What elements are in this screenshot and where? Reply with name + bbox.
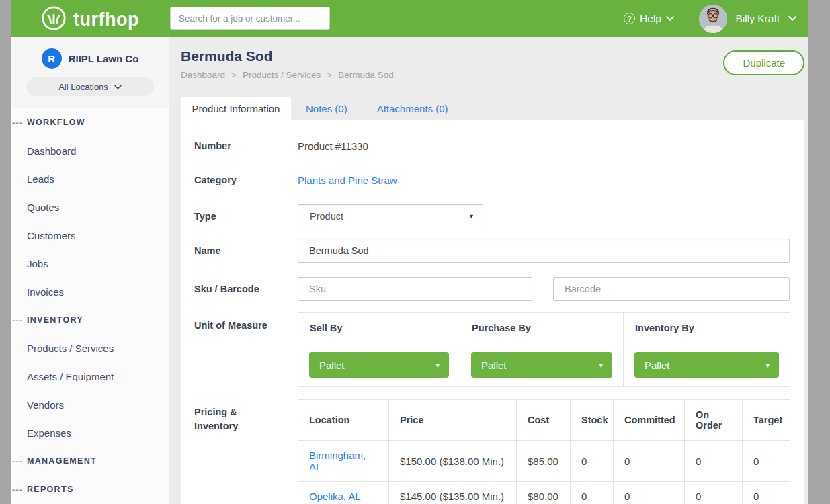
chevron-down-icon: [666, 16, 674, 21]
breadcrumb-products-services[interactable]: Products / Services: [243, 70, 321, 80]
committed-cell: 0: [614, 482, 685, 504]
name-label: Name: [194, 244, 298, 258]
category-label: Category: [194, 173, 298, 187]
cost-cell: $85.00: [517, 441, 571, 482]
section-dash-icon: ---: [12, 456, 23, 466]
chevron-down-icon: [114, 85, 122, 89]
sidebar: R RIIPL Lawn Co All Locations --- WORKFL…: [11, 37, 169, 504]
price-cell: $145.00 ($135.00 Min.): [389, 482, 517, 504]
location-link-opelika[interactable]: Opelika, AL: [309, 491, 361, 502]
user-menu[interactable]: Billy Kraft: [699, 0, 796, 37]
uom-header-purchase-by: Purchase By: [460, 313, 624, 343]
stock-cell: 0: [571, 441, 614, 482]
help-menu[interactable]: ? Help: [624, 0, 674, 37]
help-label: Help: [640, 13, 661, 25]
form-row-sku-barcode: Sku / Barcode: [194, 277, 790, 301]
caret-down-icon: ▾: [599, 361, 603, 370]
number-value: Product #11330: [298, 140, 368, 152]
number-label: Number: [194, 139, 298, 153]
sell-by-dropdown[interactable]: Pallet ▾: [309, 352, 449, 378]
sidebar-item-dashboard[interactable]: Dashboard: [11, 136, 169, 165]
duplicate-button[interactable]: Duplicate: [723, 50, 804, 75]
pricing-inventory-table: Location Price Cost Stock Committed On O…: [298, 399, 790, 504]
location-filter-dropdown[interactable]: All Locations: [26, 77, 154, 96]
sidebar-item-quotes[interactable]: Quotes: [11, 193, 169, 221]
unit-of-measure-label: Unit of Measure: [194, 312, 298, 333]
committed-cell: 0: [614, 441, 685, 482]
global-search-input[interactable]: [170, 7, 330, 30]
right-gutter: [808, 0, 830, 504]
sku-barcode-label: Sku / Barcode: [194, 282, 298, 296]
select-caret-icon: ▼: [468, 213, 474, 220]
sidebar-section-reports[interactable]: --- REPORTS: [11, 475, 169, 503]
form-row-unit-of-measure: Unit of Measure Sell By Purchase By Inve…: [194, 312, 790, 387]
tab-notes[interactable]: Notes (0): [291, 97, 362, 120]
sidebar-item-expenses[interactable]: Expenses: [11, 419, 169, 447]
pricing-inventory-label: Pricing & Inventory: [194, 399, 298, 433]
target-cell: 0: [743, 441, 790, 482]
tab-attachments[interactable]: Attachments (0): [362, 97, 463, 120]
main-content: Bermuda Sod Dashboard > Products / Servi…: [170, 37, 808, 504]
name-input[interactable]: [298, 239, 790, 263]
product-information-panel: Number Product #11330 Category Plants an…: [181, 120, 804, 504]
sidebar-item-jobs[interactable]: Jobs: [11, 249, 169, 278]
section-dash-icon: ---: [12, 118, 23, 128]
company-row: R RIIPL Lawn Co: [11, 48, 169, 69]
app-logo[interactable]: turfhop: [41, 5, 139, 34]
on-order-cell: 0: [685, 482, 743, 504]
app-window: turfhop ? Help B: [11, 0, 808, 504]
company-block: R RIIPL Lawn Co All Locations: [11, 37, 169, 108]
top-bar: turfhop ? Help B: [11, 0, 808, 37]
sidebar-item-vendors[interactable]: Vendors: [11, 390, 169, 419]
user-name: Billy Kraft: [736, 13, 780, 25]
form-row-type: Type Product ▼: [194, 204, 790, 228]
sidebar-section-management[interactable]: --- MANAGEMENT: [11, 447, 169, 475]
location-filter-label: All Locations: [58, 82, 108, 92]
tab-bar: Product Information Notes (0) Attachment…: [181, 97, 463, 120]
sidebar-item-assets-equipment[interactable]: Assets / Equipment: [11, 362, 169, 390]
pricing-header-row: Location Price Cost Stock Committed On O…: [298, 400, 790, 441]
sidebar-item-invoices[interactable]: Invoices: [11, 278, 169, 306]
page-title: Bermuda Sod: [181, 48, 273, 65]
caret-down-icon: ▾: [435, 361, 440, 370]
sidebar-section-workflow[interactable]: --- WORKFLOW: [11, 108, 169, 136]
barcode-input[interactable]: [553, 277, 790, 301]
help-icon: ?: [624, 13, 635, 24]
sku-input[interactable]: [298, 277, 532, 301]
left-gutter: [0, 0, 11, 504]
breadcrumb-dashboard[interactable]: Dashboard: [181, 70, 225, 80]
target-cell: 0: [743, 482, 790, 504]
chevron-down-icon: [788, 16, 796, 21]
section-dash-icon: ---: [12, 485, 23, 495]
purchase-by-dropdown[interactable]: Pallet ▾: [471, 352, 612, 378]
sidebar-nav: --- WORKFLOW Dashboard Leads Quotes Cust…: [11, 108, 169, 503]
table-row: Opelika, AL $145.00 ($135.00 Min.) $80.0…: [298, 482, 790, 504]
type-select-value: Product: [310, 211, 343, 222]
sidebar-section-inventory[interactable]: --- INVENTORY: [11, 306, 169, 334]
form-row-pricing-inventory: Pricing & Inventory Location Price Cost …: [194, 399, 790, 504]
unit-of-measure-table: Sell By Purchase By Inventory By Pallet …: [298, 312, 790, 387]
tab-product-information[interactable]: Product Information: [181, 97, 291, 120]
sidebar-item-leads[interactable]: Leads: [11, 165, 169, 193]
on-order-cell: 0: [685, 441, 743, 482]
breadcrumb: Dashboard > Products / Services > Bermud…: [181, 70, 394, 80]
company-name: RIIPL Lawn Co: [69, 53, 139, 65]
sidebar-item-products-services[interactable]: Products / Services: [11, 334, 169, 362]
inventory-by-dropdown[interactable]: Pallet ▾: [634, 352, 779, 378]
form-row-name: Name: [194, 239, 790, 263]
location-link-birmingham[interactable]: Birmingham, AL: [309, 450, 366, 472]
logo-wordmark: turfhop: [73, 7, 139, 32]
sidebar-item-customers[interactable]: Customers: [11, 221, 169, 249]
turfhop-grass-icon: [41, 5, 67, 34]
avatar: [699, 5, 727, 33]
category-link[interactable]: Plants and Pine Straw: [298, 175, 397, 186]
type-label: Type: [194, 210, 298, 224]
type-select[interactable]: Product ▼: [298, 204, 483, 228]
table-row: Birmingham, AL $150.00 ($138.00 Min.) $8…: [298, 441, 790, 482]
caret-down-icon: ▾: [765, 361, 770, 370]
company-logo: R: [42, 48, 62, 69]
breadcrumb-separator: >: [231, 70, 237, 80]
cost-cell: $80.00: [517, 482, 571, 504]
price-cell: $150.00 ($138.00 Min.): [389, 441, 517, 482]
uom-header-sell-by: Sell By: [298, 313, 460, 343]
